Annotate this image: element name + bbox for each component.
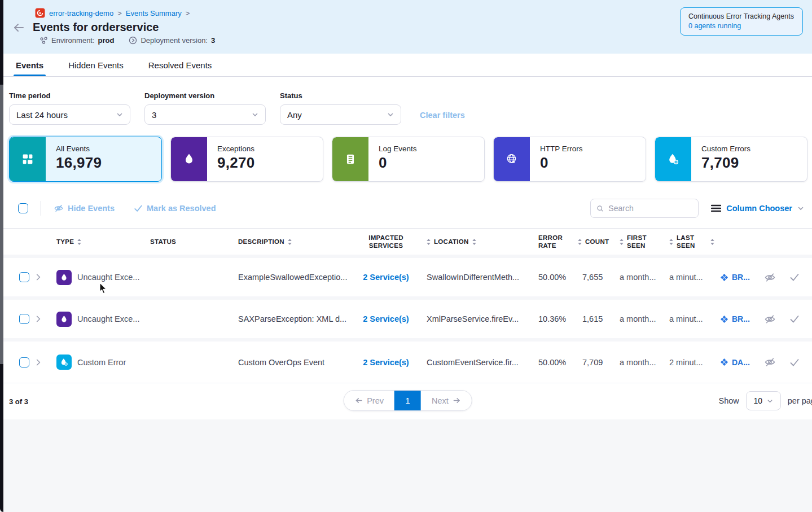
page-number-button[interactable]: 1: [394, 391, 421, 410]
location-cell: SwallowInDifferentMeth...: [420, 273, 530, 282]
stat-card-value: 9,270: [217, 154, 255, 172]
impacted-services-link[interactable]: 2 Service(s): [352, 314, 420, 323]
column-header-count[interactable]: COUNT: [574, 238, 616, 246]
stat-card-label: Log Events: [379, 145, 417, 153]
first-seen-cell: a month...: [616, 273, 666, 282]
column-header-last-seen[interactable]: LAST SEEN: [666, 234, 718, 250]
column-header-status[interactable]: STATUS: [141, 238, 227, 246]
next-page-button[interactable]: Next: [421, 391, 472, 410]
stat-card-log-events[interactable]: Log Events 0: [332, 137, 485, 182]
stat-card-label: HTTP Errors: [540, 145, 583, 153]
diamond-icon: [720, 273, 728, 282]
table-row[interactable]: Uncaught Exce... ExampleSwallowedExcepti…: [3, 258, 812, 300]
hide-event-icon[interactable]: [764, 272, 776, 283]
toolbar-divider: [41, 201, 41, 216]
last-seen-cell: a minut...: [666, 273, 718, 282]
stat-card-value: 7,709: [701, 154, 750, 172]
stat-card-custom-errors[interactable]: Custom Errors 7,709: [655, 137, 807, 182]
tab-hidden-events[interactable]: Hidden Events: [68, 54, 124, 76]
row-checkbox[interactable]: [19, 272, 29, 282]
page-title: Events for orderservice: [33, 21, 159, 34]
breadcrumb-separator: >: [117, 9, 122, 17]
sidebar-scroll-thumb[interactable]: [0, 85, 3, 364]
count-cell: 7,709: [574, 358, 616, 367]
sort-icon: [286, 238, 293, 246]
status-select[interactable]: Any: [280, 104, 401, 125]
tab-events[interactable]: Events: [16, 54, 43, 76]
page-size-select[interactable]: 10: [746, 391, 781, 410]
deployment-version-select[interactable]: 3: [144, 104, 266, 125]
diamond-icon: [720, 315, 728, 323]
hide-events-button[interactable]: Hide Events: [54, 203, 115, 213]
breadcrumb-section-link[interactable]: Events Summary: [126, 9, 182, 17]
event-type-cell: Custom Error: [47, 355, 141, 370]
search-field[interactable]: [590, 199, 699, 218]
impacted-services-link[interactable]: 2 Service(s): [352, 358, 420, 367]
search-input[interactable]: [608, 204, 692, 213]
eye-slash-icon: [54, 203, 64, 213]
clear-filters-button[interactable]: Clear filters: [420, 111, 465, 120]
stat-card-label: Exceptions: [217, 145, 255, 153]
sort-icon: [471, 238, 478, 246]
stat-card-exceptions[interactable]: Exceptions 9,270: [170, 137, 323, 182]
environment-meta: Environment:prod: [39, 36, 114, 45]
per-page-label: per page: [788, 396, 812, 405]
table-toolbar: Hide Events Mark as Resolved Column Choo…: [3, 182, 812, 218]
column-header-location[interactable]: LOCATION: [420, 238, 530, 246]
select-all-checkbox[interactable]: [18, 203, 28, 213]
row-checkbox[interactable]: [19, 357, 29, 367]
stat-card-value: 16,979: [56, 154, 102, 172]
mark-resolved-button[interactable]: Mark as Resolved: [134, 204, 216, 213]
ticket-badge[interactable]: BR...: [718, 273, 764, 282]
expand-row-chevron-icon[interactable]: [29, 314, 47, 323]
sort-icon: [76, 238, 83, 246]
sort-icon: [576, 238, 583, 246]
event-type-cell: Uncaught Exce...: [47, 270, 141, 285]
stat-card-label: All Events: [56, 145, 102, 153]
prev-page-button[interactable]: Prev: [344, 391, 394, 410]
agents-running-link[interactable]: 0 agents running: [688, 22, 795, 30]
hide-event-icon[interactable]: [764, 356, 776, 368]
back-arrow-icon[interactable]: [12, 21, 25, 34]
expand-row-chevron-icon[interactable]: [29, 273, 47, 282]
expand-row-chevron-icon[interactable]: [29, 358, 47, 367]
resolve-event-icon[interactable]: [789, 357, 800, 367]
stat-card-label: Custom Errors: [701, 145, 750, 153]
column-header-type[interactable]: TYPE: [47, 238, 141, 246]
column-header-description[interactable]: DESCRIPTION: [227, 238, 352, 246]
event-type-cell: Uncaught Exce...: [47, 312, 141, 327]
impacted-services-link[interactable]: 2 Service(s): [352, 273, 420, 282]
column-header-error-rate[interactable]: ERROR RATE: [530, 234, 567, 250]
breadcrumb-project-link[interactable]: error-tracking-demo: [49, 9, 113, 17]
page-background: [3, 419, 812, 512]
deployment-icon: [129, 36, 137, 45]
column-header-impacted-services[interactable]: IMPACTED SERVICES: [352, 234, 420, 250]
description-cell: ExampleSwallowedExceptio...: [227, 273, 352, 282]
agents-status-card[interactable]: Continuous Error Tracking Agents 0 agent…: [680, 7, 803, 36]
error-rate-cell: 10.36%: [530, 314, 574, 323]
agents-card-title: Continuous Error Tracking Agents: [688, 12, 795, 20]
ticket-badge[interactable]: DA...: [718, 358, 764, 367]
collapsed-sidebar[interactable]: [0, 0, 3, 512]
environment-value: prod: [98, 36, 115, 45]
hide-event-icon[interactable]: [764, 313, 776, 325]
ticket-badge[interactable]: BR...: [718, 314, 764, 323]
column-chooser-button[interactable]: Column Chooser: [711, 204, 804, 213]
sort-icon: [668, 238, 675, 246]
tab-resolved-events[interactable]: Resolved Events: [148, 54, 212, 76]
first-seen-cell: a month...: [616, 314, 666, 323]
table-row[interactable]: Uncaught Exce... SAXParseException: XML …: [3, 300, 812, 342]
time-period-select[interactable]: Last 24 hours: [9, 104, 130, 125]
column-header-first-seen[interactable]: FIRST SEEN: [616, 234, 666, 250]
error-tracking-module-icon: [35, 8, 45, 18]
sort-icon: [618, 238, 625, 246]
table-row[interactable]: Custom Error Custom OverOps Event 2 Serv…: [3, 342, 812, 383]
stat-card-http-errors[interactable]: HTTP Errors 0: [493, 137, 646, 182]
resolve-event-icon[interactable]: [789, 314, 800, 324]
resolve-event-icon[interactable]: [789, 272, 800, 282]
stat-card-all-events[interactable]: All Events 16,979: [9, 137, 162, 182]
breadcrumb-separator: >: [186, 9, 190, 17]
exception-flame-icon: [56, 270, 72, 285]
row-checkbox[interactable]: [19, 314, 29, 324]
page-header: error-tracking-demo > Events Summary > E…: [3, 0, 812, 54]
